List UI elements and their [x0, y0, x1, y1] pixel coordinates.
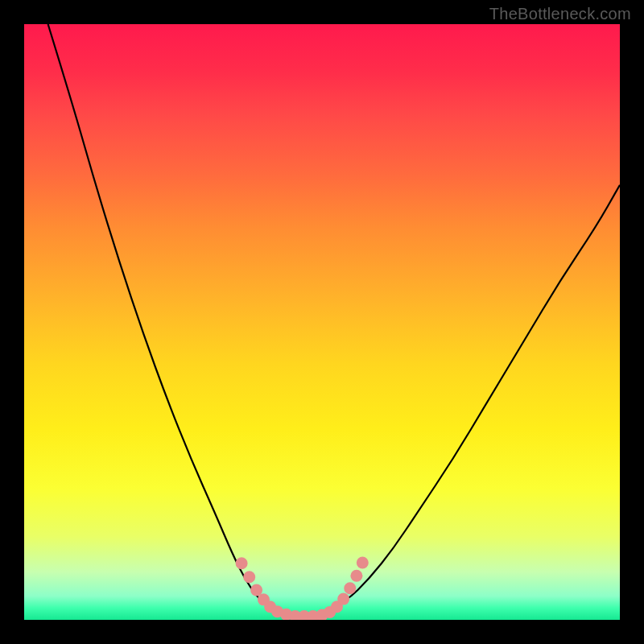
highlight-dot: [350, 570, 362, 582]
highlight-dot: [243, 571, 255, 583]
plot-area: [24, 24, 620, 620]
highlight-dots: [236, 556, 369, 620]
highlight-dot: [357, 556, 369, 568]
right-curve: [322, 185, 620, 614]
left-curve: [48, 24, 281, 614]
chart-frame: TheBottleneck.com: [0, 0, 644, 644]
highlight-dot: [236, 557, 248, 569]
watermark-text: TheBottleneck.com: [489, 5, 631, 23]
highlight-dot: [250, 584, 262, 597]
highlight-dot: [337, 593, 349, 605]
highlight-dot: [344, 582, 356, 594]
curve-layer: [24, 24, 620, 620]
